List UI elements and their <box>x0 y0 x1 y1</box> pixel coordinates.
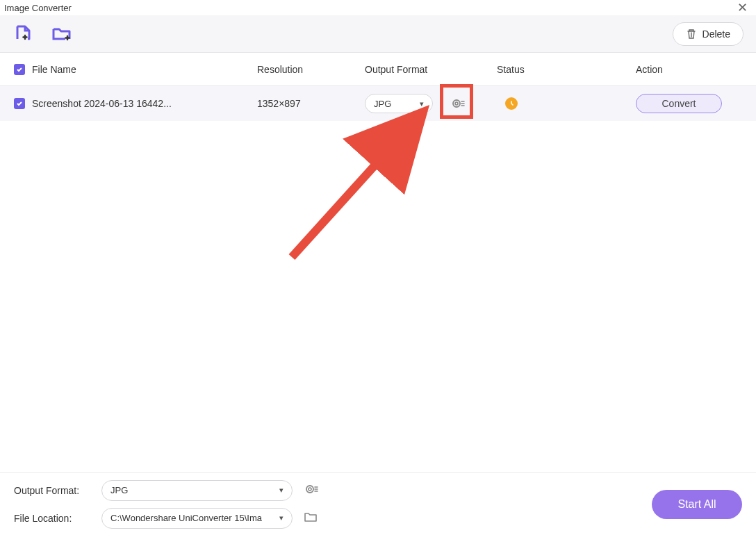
svg-point-3 <box>306 486 313 493</box>
toolbar-left <box>13 25 72 43</box>
svg-point-1 <box>455 102 458 105</box>
col-action: Action <box>636 64 742 75</box>
select-all-checkbox[interactable] <box>14 64 25 75</box>
clock-icon <box>505 97 518 110</box>
open-folder-button[interactable] <box>304 511 318 526</box>
delete-label: Delete <box>702 28 730 40</box>
col-filename: File Name <box>32 64 76 75</box>
row-settings-button[interactable] <box>450 96 466 111</box>
trash-icon <box>686 28 697 40</box>
row-format-value: JPG <box>374 99 391 109</box>
file-location-select[interactable]: C:\Wondershare UniConverter 15\Ima ▾ <box>101 508 293 529</box>
svg-point-0 <box>453 100 460 107</box>
toolbar: Delete <box>0 15 756 53</box>
add-folder-icon[interactable] <box>51 25 72 43</box>
chevron-down-icon: ▾ <box>279 486 284 495</box>
col-status: Status <box>497 64 636 75</box>
title-bar: Image Converter ✕ <box>0 0 756 15</box>
close-icon[interactable]: ✕ <box>737 1 748 14</box>
output-format-label: Output Format: <box>14 485 90 496</box>
window-title: Image Converter <box>4 3 72 13</box>
file-location-label: File Location: <box>14 513 90 524</box>
filename-text: Screenshot 2024-06-13 16442... <box>32 98 172 109</box>
global-format-select[interactable]: JPG ▾ <box>101 480 293 501</box>
add-file-icon[interactable] <box>13 25 32 43</box>
row-format-select[interactable]: JPG ▾ <box>365 94 433 113</box>
table-row: Screenshot 2024-06-13 16442... 1352×897 … <box>0 86 756 121</box>
start-all-button[interactable]: Start All <box>652 490 742 519</box>
chevron-down-icon: ▾ <box>279 513 284 522</box>
svg-point-4 <box>309 488 311 491</box>
col-output-format: Output Format <box>365 64 497 75</box>
global-settings-button[interactable] <box>304 481 319 500</box>
chevron-down-icon: ▾ <box>420 99 424 108</box>
annotation-arrow <box>285 97 445 264</box>
row-checkbox[interactable] <box>14 98 25 109</box>
delete-button[interactable]: Delete <box>673 22 743 46</box>
col-resolution: Resolution <box>257 64 365 75</box>
table-header: File Name Resolution Output Format Statu… <box>0 53 756 86</box>
file-location-value: C:\Wondershare UniConverter 15\Ima <box>110 513 262 523</box>
global-format-value: JPG <box>110 485 128 495</box>
bottom-bar: Output Format: JPG ▾ File Location: C:\W… <box>0 472 756 535</box>
resolution-text: 1352×897 <box>257 98 365 109</box>
svg-line-2 <box>292 111 424 257</box>
convert-button[interactable]: Convert <box>636 94 722 113</box>
